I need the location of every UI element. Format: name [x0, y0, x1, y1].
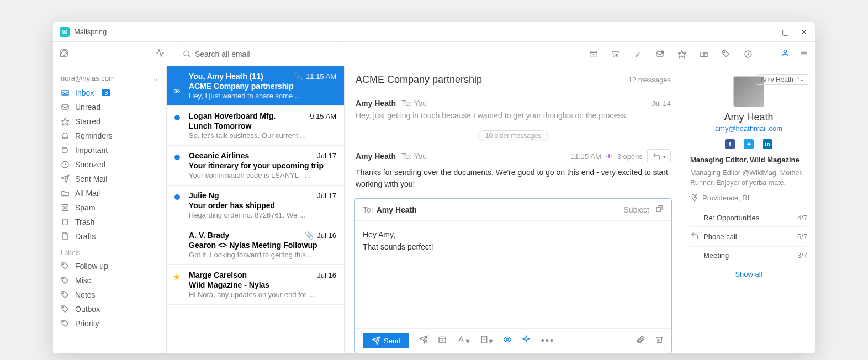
profile-selector[interactable]: Amy Heath⌃⌄ [756, 74, 809, 85]
sidebar-item-important[interactable]: Important [53, 143, 166, 157]
sidebar-item-drafts[interactable]: Drafts [53, 229, 166, 243]
message-row[interactable]: 👁You, Amy Heath (11)📎11:15 AMACME Compan… [167, 66, 344, 106]
popout-icon[interactable] [655, 204, 664, 215]
related-thread-row[interactable]: Meeting3/7 [690, 247, 807, 264]
svg-point-31 [506, 338, 509, 341]
activity-icon[interactable] [156, 49, 169, 60]
unread-icon[interactable] [655, 49, 665, 59]
thread-message-collapsed[interactable]: Amy Heath To: You Jul 14 Hey, just getti… [345, 93, 682, 128]
tag-icon [61, 319, 70, 328]
star-icon[interactable] [677, 49, 687, 59]
content: nora@nylas.com ⌄ Inbox3UnreadStarredRemi… [53, 66, 815, 353]
menu-icon[interactable] [800, 49, 808, 60]
sidebar-item-label: Inbox [75, 88, 94, 97]
related-thread-row[interactable]: Phone call5/7 [690, 227, 807, 247]
sidebar-item-reminders[interactable]: Reminders [53, 129, 166, 143]
badge: 3 [102, 89, 110, 96]
compose-icon[interactable] [60, 49, 73, 60]
related-thread-row[interactable]: Re: Opportunities4/7 [690, 209, 807, 227]
sidebar: nora@nylas.com ⌄ Inbox3UnreadStarredRemi… [53, 66, 167, 353]
facebook-icon[interactable]: f [725, 139, 735, 149]
spam-icon[interactable] [633, 49, 643, 59]
toolbar-actions [589, 49, 753, 59]
compose-to-row[interactable]: To: Amy Heath Subject [355, 199, 671, 221]
star-icon[interactable]: ★ [173, 272, 181, 282]
message-row[interactable]: A. V. Brady📎Jul 16Gearon <> Nylas Meetin… [167, 225, 344, 265]
linkedin-icon[interactable]: in [763, 139, 772, 149]
clock-icon [61, 160, 70, 169]
templates-icon[interactable]: ▾ [480, 335, 493, 346]
schedule-icon[interactable] [438, 335, 447, 346]
message-preview: Regarding order no. 8726761: We ... [189, 211, 336, 219]
search-field[interactable] [178, 47, 343, 61]
message-row[interactable]: Julie NgJul 17Your order has shippedRega… [167, 186, 344, 225]
svg-marker-6 [678, 50, 685, 57]
minimize-button[interactable]: — [762, 28, 771, 36]
send-button[interactable]: Send [363, 333, 409, 348]
tracking-icon[interactable] [503, 335, 512, 346]
older-messages-pill[interactable]: 10 older messages [478, 130, 548, 141]
sidebar-item-inbox[interactable]: Inbox3 [53, 86, 166, 100]
show-all-link[interactable]: Show all [690, 264, 807, 278]
to-recipient: Amy Heath [377, 205, 417, 214]
label-item-priority[interactable]: Priority [53, 316, 166, 331]
profile-location: Providence, RI [690, 193, 807, 202]
close-button[interactable]: ✕ [800, 28, 808, 36]
send-later-icon[interactable] [419, 335, 428, 346]
message-row[interactable]: Oceanic AirlinesJul 17Your itinerary for… [167, 146, 344, 186]
reply-button[interactable]: ▾ [647, 149, 671, 163]
label-text: Follow up [75, 262, 108, 271]
label-item-misc[interactable]: Misc [53, 273, 166, 288]
account-icon[interactable] [781, 49, 790, 60]
mail-icon [61, 103, 70, 112]
sidebar-item-starred[interactable]: Starred [53, 114, 166, 129]
trash-icon[interactable] [611, 49, 621, 59]
attach-icon[interactable] [636, 335, 645, 346]
related-label: Re: Opportunities [703, 214, 797, 222]
sidebar-item-label: Trash [75, 218, 94, 226]
sidebar-item-all-mail[interactable]: All Mail [53, 186, 166, 200]
compose-body[interactable]: Hey Amy, That sounds perfect! [355, 221, 671, 328]
twitter-icon[interactable]: ✦ [744, 139, 754, 149]
sidebar-item-sent-mail[interactable]: Sent Mail [53, 172, 166, 186]
message-subject: Wild Magazine - Nylas [189, 280, 336, 289]
message-from: Amy Heath [356, 152, 396, 161]
sidebar-item-unread[interactable]: Unread [53, 100, 166, 114]
tag-icon [61, 262, 70, 271]
profile-email[interactable]: amy@heathmail.com [690, 124, 807, 133]
format-icon[interactable]: ▾ [457, 335, 470, 346]
message-row[interactable]: Logan Hoverboard Mfg.9:15 AMLunch Tomorr… [167, 106, 344, 146]
svg-line-2 [188, 55, 190, 57]
label-icon[interactable] [721, 49, 731, 59]
archive-icon[interactable] [589, 49, 599, 59]
message-subject: Your order has shipped [189, 201, 336, 210]
sidebar-item-trash[interactable]: Trash [53, 215, 166, 229]
trash-icon [61, 218, 70, 226]
sidebar-item-spam[interactable]: Spam [53, 200, 166, 215]
label-text: Notes [75, 290, 96, 299]
snooze-icon[interactable] [743, 49, 753, 59]
message-time: 📎11:15 AM [294, 72, 336, 81]
account-selector[interactable]: nora@nylas.com ⌄ [53, 71, 166, 86]
message-subject: Gearon <> Nylas Meeting Followup [189, 241, 336, 250]
unread-dot [174, 155, 180, 160]
older-messages-bar[interactable]: 10 older messages [345, 128, 682, 144]
compose-line: Hey Amy, [363, 229, 664, 241]
label-item-follow-up[interactable]: Follow up [53, 259, 166, 273]
sidebar-item-snoozed[interactable]: Snoozed [53, 157, 166, 172]
label-item-outbox[interactable]: Outbox [53, 302, 166, 316]
sidebar-item-label: Drafts [75, 232, 96, 241]
discard-icon[interactable] [655, 335, 664, 346]
maximize-button[interactable]: ▢ [781, 28, 790, 36]
search-input[interactable] [195, 50, 338, 59]
link-tracking-icon[interactable] [522, 335, 531, 346]
move-folder-icon[interactable] [699, 49, 709, 59]
message-list: 👁You, Amy Heath (11)📎11:15 AMACME Compan… [167, 66, 345, 353]
thread-title: ACME Company partnership [356, 74, 628, 86]
profile-pane: Amy Heath⌃⌄ Amy Heath amy@heathmail.com … [682, 66, 815, 353]
compose-line: That sounds perfect! [363, 241, 664, 253]
label-item-notes[interactable]: Notes [53, 288, 166, 302]
message-row[interactable]: ★Marge CarelsonJul 16Wild Magazine - Nyl… [167, 265, 344, 305]
subject-label[interactable]: Subject [623, 205, 649, 214]
more-icon[interactable]: ••• [541, 335, 554, 347]
